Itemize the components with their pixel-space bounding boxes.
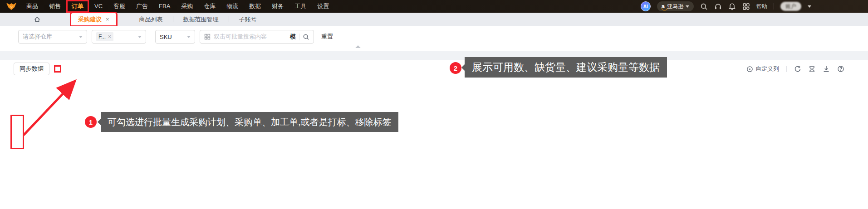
selected-filter-chip: F...× (96, 32, 113, 41)
toolbar-icons: 自定义列 (746, 65, 868, 73)
fuzzy-mode-toggle[interactable]: 模 (290, 33, 296, 41)
divider (786, 66, 787, 72)
annotation-tooltip-1: 可勾选进行批量生成采购计划、采购单、加工单,或者是打标、移除标签 (101, 112, 398, 132)
question-help-icon[interactable] (837, 65, 844, 73)
nav-item-订单[interactable]: 订单 (66, 0, 89, 13)
annotation-badge-1: 1 (85, 116, 97, 128)
search-type-select[interactable]: SKU (155, 30, 195, 44)
nav-item-财务[interactable]: 财务 (266, 0, 289, 13)
divider (774, 3, 774, 10)
account-chevron-down-icon[interactable] (808, 5, 811, 10)
home-icon[interactable] (34, 16, 41, 23)
warehouse-placeholder: 请选择仓库 (23, 33, 52, 41)
apps-grid-icon[interactable] (742, 3, 750, 10)
tab-list: 商品列表数据范围管理子账号 (129, 15, 267, 24)
tab-purchase-suggestion[interactable]: 采购建议 × (71, 13, 117, 26)
batch-search-input[interactable]: 双击可批量搜索内容 模 (200, 30, 314, 44)
nav-item-仓库[interactable]: 仓库 (198, 0, 221, 13)
filter-tag-select[interactable]: F...× (92, 30, 146, 44)
search-placeholder: 双击可批量搜索内容 (214, 33, 287, 41)
chip-close-icon[interactable]: × (108, 34, 111, 40)
tab-active-label: 采购建议 (78, 15, 102, 24)
nav-item-VC[interactable]: VC (89, 0, 108, 13)
download-icon[interactable] (823, 65, 830, 73)
close-icon[interactable]: × (106, 16, 109, 23)
tab-item-商品列表[interactable]: 商品列表 (129, 15, 173, 24)
nav-item-广告[interactable]: 广告 (131, 0, 153, 13)
search-type-value: SKU (160, 34, 172, 40)
help-link[interactable]: 帮助 (756, 3, 767, 10)
warehouse-select[interactable]: 请选择仓库 (18, 30, 87, 44)
reset-button[interactable]: 重置 (321, 33, 333, 41)
amazon-icon: a (662, 4, 665, 9)
hourglass-filter-icon[interactable] (809, 66, 815, 73)
search-icon[interactable] (700, 3, 708, 10)
sync-data-button[interactable]: 同步数据 (14, 63, 49, 75)
ai-assistant-button[interactable]: AI (641, 1, 651, 11)
divider (299, 34, 299, 40)
table-toolbar: 同步数据 自定义列 (0, 60, 868, 78)
tab-item-子账号[interactable]: 子账号 (229, 15, 267, 24)
tab-item-数据范围管理[interactable]: 数据范围管理 (173, 15, 229, 24)
marketplace-label: 亚马逊 (667, 3, 683, 10)
account-pill[interactable]: 账户 (780, 2, 801, 11)
top-navbar: 商品销售订单VC客服广告FBA采购仓库物流数据财务工具设置 AI a 亚马逊 帮… (0, 0, 868, 13)
annotation-badge-2: 2 (450, 62, 461, 74)
chevron-down-icon (686, 5, 689, 10)
nav-item-客服[interactable]: 客服 (108, 0, 131, 13)
chevron-down-icon (138, 36, 142, 40)
annotation-checkbox-highlight (10, 115, 24, 149)
nav-item-销售[interactable]: 销售 (44, 0, 66, 13)
nav-item-商品[interactable]: 商品 (21, 0, 44, 13)
collapse-panel-icon[interactable] (355, 45, 361, 48)
app-logo-icon (5, 2, 17, 11)
notifications-bell-icon[interactable] (728, 3, 736, 10)
tab-bar: 采购建议 × 商品列表数据范围管理子账号 (0, 13, 868, 26)
filter-panel: 请选择仓库 F...× SKU 双击可批量搜索内容 模 重置 (0, 26, 868, 51)
chevron-down-icon (187, 36, 191, 40)
nav-right-cluster: AI a 亚马逊 帮助 账户 (641, 1, 868, 11)
nav-item-物流[interactable]: 物流 (221, 0, 244, 13)
annotation-tooltip-2: 展示可用数、缺货量、建议采购量等数据 (465, 57, 667, 78)
search-submit-icon[interactable] (303, 34, 309, 40)
suggestion-table (0, 78, 868, 209)
nav-menu: 商品销售订单VC客服广告FBA采购仓库物流数据财务工具设置 (21, 0, 334, 13)
chevron-down-icon (79, 36, 83, 40)
nav-item-数据[interactable]: 数据 (244, 0, 266, 13)
nav-item-工具[interactable]: 工具 (289, 0, 312, 13)
nav-item-FBA[interactable]: FBA (153, 0, 176, 13)
customize-columns-button[interactable]: 自定义列 (746, 65, 779, 73)
batch-grid-icon (204, 34, 211, 40)
marketplace-switcher[interactable]: a 亚马逊 (657, 1, 694, 11)
nav-item-设置[interactable]: 设置 (312, 0, 334, 13)
refresh-icon[interactable] (794, 65, 801, 73)
support-headset-icon[interactable] (714, 3, 722, 10)
nav-item-采购[interactable]: 采购 (176, 0, 198, 13)
